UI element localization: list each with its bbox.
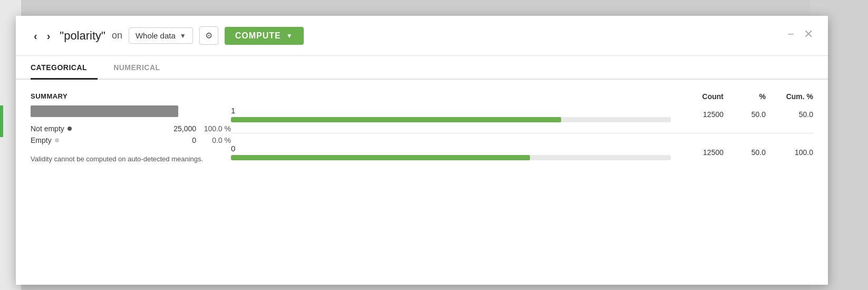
- empty-dot: [55, 138, 59, 142]
- data-rows: 1 12500 50.0 50.0 0: [231, 106, 813, 160]
- empty-pct: 0.0 %: [199, 136, 231, 144]
- modal-controls: − ✕: [787, 28, 813, 40]
- tabs-bar: CATEGORICAL NUMERICAL: [16, 56, 828, 80]
- row-count-2: 12500: [671, 148, 724, 157]
- validity-note: Validity cannot be computed on auto-dete…: [31, 154, 205, 165]
- gear-icon: ⚙: [205, 31, 213, 40]
- row-pct-1: 50.0: [724, 110, 766, 119]
- nav-arrows: ‹ ›: [31, 30, 53, 42]
- bar-track-1: [231, 117, 671, 122]
- table-row: 0 12500 50.0 100.0: [231, 144, 813, 160]
- row-cum-1: 50.0: [766, 110, 813, 119]
- minimize-button[interactable]: −: [787, 28, 794, 40]
- modal-panel: ‹ › "polarity" on Whole data ▼ ⚙ COMPUTE…: [16, 16, 828, 285]
- close-button[interactable]: ✕: [804, 28, 813, 40]
- prev-arrow[interactable]: ‹: [31, 30, 41, 42]
- compute-dropdown-arrow-icon: ▼: [286, 32, 293, 40]
- modal-body: SUMMARY Not empty 25,000 100.0 % Empty 0…: [16, 80, 828, 285]
- row-label-bar-1: 1: [231, 106, 671, 122]
- gear-button[interactable]: ⚙: [199, 26, 218, 45]
- field-name: "polarity": [60, 29, 105, 43]
- empty-count: 0: [165, 136, 196, 144]
- dataset-dropdown[interactable]: Whole data ▼: [129, 27, 193, 44]
- col-headers: Count % Cum. %: [231, 92, 813, 101]
- bar-track-2: [231, 155, 671, 160]
- not-empty-label: Not empty: [31, 124, 64, 133]
- not-empty-count: 25,000: [165, 124, 196, 133]
- left-panel: SUMMARY Not empty 25,000 100.0 % Empty 0…: [31, 92, 231, 272]
- bar-fill-2: [231, 155, 530, 160]
- empty-label: Empty: [31, 136, 52, 144]
- compute-button[interactable]: COMPUTE ▼: [225, 27, 304, 45]
- bar-fill-1: [231, 117, 561, 122]
- not-empty-row: Not empty 25,000 100.0 %: [31, 124, 231, 133]
- summary-bar: [31, 105, 178, 117]
- compute-label: COMPUTE: [235, 31, 281, 41]
- row-cum-2: 100.0: [766, 148, 813, 157]
- row-label-2: 0: [231, 144, 671, 153]
- col-header-cum: Cum. %: [766, 92, 813, 101]
- not-empty-dot: [67, 127, 72, 131]
- summary-rows: Not empty 25,000 100.0 % Empty 0 0.0 %: [31, 124, 231, 144]
- row-count-1: 12500: [671, 110, 724, 119]
- on-label: on: [112, 30, 122, 41]
- modal-header: ‹ › "polarity" on Whole data ▼ ⚙ COMPUTE…: [16, 16, 828, 56]
- tab-numerical[interactable]: NUMERICAL: [113, 56, 171, 80]
- summary-title: SUMMARY: [31, 92, 231, 100]
- table-row: 1 12500 50.0 50.0: [231, 106, 813, 122]
- col-header-count: Count: [671, 92, 724, 101]
- row-divider: [231, 133, 813, 133]
- col-header-pct: %: [724, 92, 766, 101]
- dropdown-arrow-icon: ▼: [180, 32, 186, 40]
- empty-row: Empty 0 0.0 %: [31, 136, 231, 144]
- tab-categorical[interactable]: CATEGORICAL: [31, 56, 98, 80]
- sidebar-accent: [0, 105, 3, 137]
- not-empty-pct: 100.0 %: [199, 124, 231, 133]
- row-pct-2: 50.0: [724, 148, 766, 157]
- row-label-bar-2: 0: [231, 144, 671, 160]
- row-label-1: 1: [231, 106, 671, 115]
- dataset-selected-value: Whole data: [136, 31, 176, 40]
- right-panel: Count % Cum. % 1 12500 50.0 50.0: [231, 92, 813, 272]
- next-arrow[interactable]: ›: [44, 30, 54, 42]
